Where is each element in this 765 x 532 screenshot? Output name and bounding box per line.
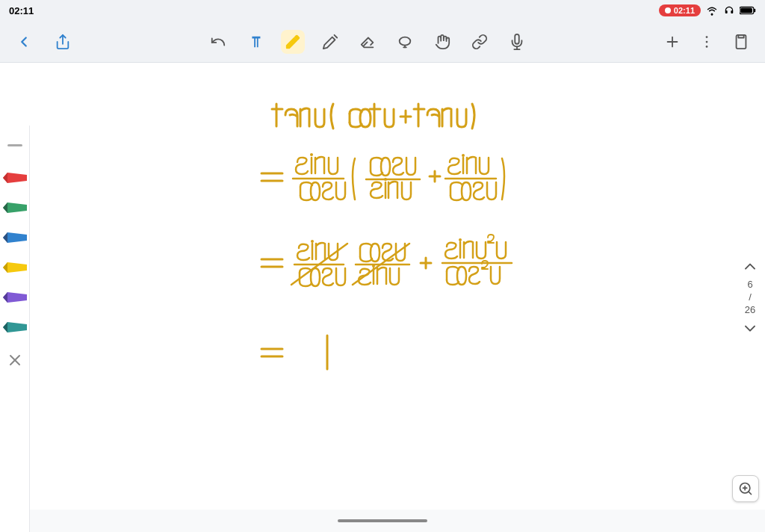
toolbar-left — [12, 30, 75, 54]
status-icons: 02:11 — [659, 4, 756, 16]
link-tool-button[interactable] — [468, 30, 492, 54]
svg-point-5 — [400, 37, 411, 45]
svg-point-36 — [384, 178, 387, 181]
color-panel-close[interactable] — [1, 347, 28, 374]
record-dot — [665, 7, 671, 13]
eraser-tool-button[interactable] — [356, 30, 380, 54]
more-button[interactable] — [695, 30, 719, 54]
zoom-button[interactable] — [732, 475, 759, 502]
svg-rect-2 — [740, 7, 752, 13]
panel-toggle[interactable] — [1, 132, 28, 158]
svg-point-50 — [372, 265, 375, 267]
svg-line-61 — [749, 492, 752, 495]
svg-line-4 — [335, 34, 338, 37]
undo-button[interactable] — [206, 30, 230, 54]
page-down-button[interactable] — [741, 319, 759, 337]
total-pages: 26 — [745, 303, 755, 315]
share-button[interactable] — [51, 30, 75, 54]
svg-marker-18 — [3, 202, 7, 213]
bottom-bar — [0, 510, 765, 532]
yellow-pen-tool[interactable] — [1, 254, 28, 281]
page-separator: / — [749, 291, 752, 303]
battery-icon — [740, 6, 756, 15]
red-pen-tool[interactable] — [1, 164, 28, 191]
svg-point-10 — [706, 36, 708, 38]
add-button[interactable] — [660, 30, 684, 54]
page-up-button[interactable] — [741, 258, 759, 276]
math-content — [0, 63, 765, 532]
svg-marker-22 — [3, 262, 7, 273]
canvas-area: 6 / 26 — [0, 63, 765, 532]
green-pen-tool[interactable] — [1, 194, 28, 221]
toolbar-right — [660, 30, 753, 54]
back-button[interactable] — [12, 30, 36, 54]
svg-point-32 — [310, 153, 313, 156]
purple-pen-tool[interactable] — [1, 284, 28, 311]
toolbar-center — [206, 30, 529, 54]
home-indicator — [338, 519, 427, 522]
svg-point-45 — [311, 240, 314, 243]
toolbar — [0, 21, 765, 63]
svg-marker-26 — [3, 322, 7, 332]
svg-rect-14 — [738, 34, 743, 37]
status-time: 02:11 — [9, 5, 34, 16]
teal-pen-tool[interactable] — [1, 314, 28, 341]
svg-point-40 — [462, 154, 465, 157]
recording-indicator: 02:11 — [659, 4, 701, 16]
svg-marker-20 — [3, 232, 7, 243]
svg-point-11 — [706, 40, 708, 43]
lasso-tool-button[interactable] — [393, 30, 417, 54]
svg-marker-24 — [3, 292, 7, 303]
blue-pen-tool[interactable] — [1, 224, 28, 251]
text-tool-button[interactable] — [244, 30, 267, 54]
headphones-icon — [723, 5, 735, 16]
current-page: 6 — [747, 279, 752, 290]
svg-point-55 — [459, 238, 462, 241]
svg-rect-1 — [754, 9, 755, 13]
right-nav-panel: 6 / 26 — [741, 258, 759, 338]
wifi-icon — [705, 5, 719, 16]
svg-point-12 — [706, 46, 708, 48]
pages-button[interactable] — [729, 30, 753, 54]
pencil-tool-button[interactable] — [318, 30, 342, 54]
color-panel — [0, 126, 30, 532]
pen-tool-button[interactable] — [281, 30, 305, 54]
hand-tool-button[interactable] — [430, 30, 454, 54]
status-bar: 02:11 02:11 — [0, 0, 765, 21]
mic-button[interactable] — [505, 30, 529, 54]
page-indicator: 6 / 26 — [745, 279, 755, 317]
svg-marker-16 — [3, 173, 7, 183]
record-time: 02:11 — [674, 6, 695, 15]
